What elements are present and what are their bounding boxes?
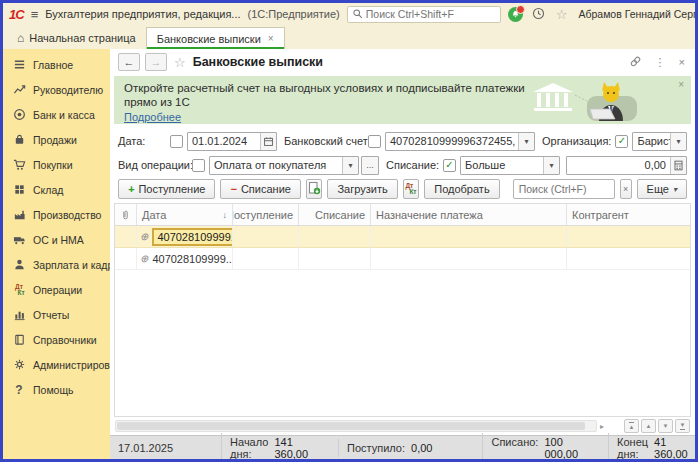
column-header-purpose[interactable]: Назначение платежа <box>371 204 567 225</box>
sidebar-item-warehouse[interactable]: Склад <box>3 177 110 202</box>
amount-field[interactable]: 0,00 <box>566 156 687 175</box>
column-header-writeoff[interactable]: Списание <box>299 204 371 225</box>
promo-banner: Откройте расчетный счет на выгодных усло… <box>114 76 691 124</box>
list-search[interactable] <box>513 179 615 199</box>
link-icon[interactable] <box>629 55 642 70</box>
org-filter-field[interactable]: Баристол ООО ▾ <box>632 132 687 151</box>
tab-bank-statements-label: Банковские выписки <box>157 33 261 45</box>
org-dropdown-icon[interactable]: ▾ <box>670 133 686 150</box>
sidebar-item-reports[interactable]: Отчеты <box>3 302 110 327</box>
sidebar-item-bank-cash[interactable]: Банк и касса <box>3 102 110 127</box>
plus-icon: + <box>128 183 134 195</box>
notifications-icon[interactable] <box>508 7 523 22</box>
date-filter-checkbox[interactable] <box>170 135 183 148</box>
go-last-button[interactable]: ▼ <box>675 419 690 433</box>
table-header: Дата↓ Поступление Списание Назначение пл… <box>115 204 690 226</box>
date-filter-field[interactable]: 01.01.2024 <box>187 132 277 151</box>
book-icon <box>12 333 26 347</box>
pick-button[interactable]: Подобрать <box>424 179 499 199</box>
favorites-icon[interactable]: ☆ <box>556 7 568 22</box>
calendar-icon[interactable] <box>260 133 276 150</box>
table-row[interactable]: ⊕ 407028109999... <box>115 248 690 270</box>
load-button[interactable]: Загрузить <box>327 179 397 199</box>
optype-filter-checkbox[interactable] <box>192 159 205 172</box>
optype-dropdown-icon[interactable]: ▾ <box>342 157 358 174</box>
scrollbar-thumb[interactable] <box>117 422 585 430</box>
written-group: Списано:100 000,00 <box>482 433 586 462</box>
coin-icon <box>12 108 26 122</box>
history-icon[interactable] <box>532 7 545 22</box>
selected-cell[interactable]: 407028109999... <box>152 228 233 246</box>
user-name[interactable]: Абрамов Геннадий Сергеевич <box>578 8 698 20</box>
sidebar-item-salary-hr[interactable]: Зарплата и кадры <box>3 252 110 277</box>
optype-filter-field[interactable]: Оплата от покупателя ▾ <box>209 156 359 175</box>
scroll-right-icon[interactable]: ▸ <box>600 422 604 431</box>
column-header-date[interactable]: Дата↓ <box>137 204 233 225</box>
sidebar-item-purchases[interactable]: Покупки <box>3 152 110 177</box>
status-date: 17.01.2025 <box>118 442 173 454</box>
back-button[interactable]: ← <box>118 53 140 71</box>
account-filter-checkbox[interactable] <box>368 135 381 148</box>
writeoff-button[interactable]: −Списание <box>220 179 300 199</box>
writeoff-dropdown-icon[interactable]: ▾ <box>543 157 559 174</box>
global-search-input[interactable] <box>366 8 496 20</box>
banner-close-icon[interactable]: × <box>678 79 684 90</box>
sidebar-item-administration[interactable]: Администрирование <box>3 352 110 377</box>
forward-button[interactable]: → <box>145 53 167 71</box>
received-value: 0,00 <box>411 442 432 454</box>
hamburger-icon <box>12 58 26 72</box>
global-search[interactable] <box>347 6 501 23</box>
sidebar-item-sales[interactable]: Продажи <box>3 127 110 152</box>
expand-icon[interactable]: ⊕ <box>140 253 148 264</box>
sidebar-item-manager[interactable]: Руководителю <box>3 77 110 102</box>
column-header-contractor[interactable]: Контрагент <box>567 204 690 225</box>
horizontal-scrollbar[interactable] <box>115 420 597 432</box>
optype-ellipsis-button[interactable]: ... <box>361 156 379 175</box>
table-row-selected[interactable]: ⊕ 407028109999... <box>115 226 690 248</box>
favorite-star-icon[interactable]: ☆ <box>174 55 186 70</box>
account-filter-field[interactable]: 40702810999996372455, ПАО С ▾ <box>385 132 535 151</box>
main-menu-icon[interactable]: ≡ <box>31 7 39 22</box>
go-down-button[interactable]: ▼ <box>658 419 673 433</box>
writeoff-filter-checkbox[interactable]: ✓ <box>443 159 456 172</box>
writeoff-compare-field[interactable]: Больше ▾ <box>460 156 560 175</box>
status-bar: 17.01.2025 Начало дня:141 360,00 Поступи… <box>110 435 695 459</box>
more-button[interactable]: Еще▾ <box>637 179 687 199</box>
day-end-group: Конец дня:41 360,00 <box>608 433 696 462</box>
account-dropdown-icon[interactable]: ▾ <box>518 133 534 150</box>
go-up-button[interactable]: ▲ <box>641 419 656 433</box>
sidebar-item-fixed-assets[interactable]: ОС и НМА <box>3 227 110 252</box>
sidebar-item-help[interactable]: ?Помощь <box>3 377 110 402</box>
sidebar-item-production[interactable]: Производство <box>3 202 110 227</box>
tab-home[interactable]: ⌂ Начальная страница <box>7 27 146 49</box>
statement-button[interactable] <box>306 179 323 199</box>
app-titlebar: 1С ≡ Бухгалтерия предприятия, редакция..… <box>3 3 695 25</box>
day-start-group: Начало дня:141 360,00 <box>221 433 316 462</box>
clear-search-button[interactable]: × <box>620 179 632 199</box>
promo-more-link[interactable]: Подробнее <box>124 111 181 123</box>
column-header-receipt[interactable]: Поступление <box>233 204 299 225</box>
paperclip-icon[interactable] <box>115 204 137 225</box>
day-end-value: 41 360,00 <box>654 436 688 460</box>
sidebar-item-catalogs[interactable]: Справочники <box>3 327 110 352</box>
home-icon: ⌂ <box>17 31 24 45</box>
more-menu-icon[interactable]: ⋮ <box>655 56 666 69</box>
received-group: Поступило:0,00 <box>338 439 440 457</box>
close-form-icon[interactable]: × <box>679 56 685 68</box>
go-first-button[interactable]: ▲ <box>624 419 639 433</box>
tab-home-label: Начальная страница <box>29 32 135 44</box>
tab-close-icon[interactable]: × <box>268 33 274 44</box>
org-filter-checkbox[interactable]: ✓ <box>615 135 628 148</box>
post-dtkt-button[interactable]: ДтКт <box>403 179 420 199</box>
truck-icon <box>12 233 26 247</box>
receipt-button[interactable]: +Поступление <box>118 179 215 199</box>
doc-upload-icon <box>307 181 321 197</box>
tab-bank-statements[interactable]: Банковские выписки × <box>146 27 285 49</box>
bag-icon <box>12 133 26 147</box>
sidebar-item-operations[interactable]: ДтКтОперации <box>3 277 110 302</box>
sidebar-item-main[interactable]: Главное <box>3 52 110 77</box>
list-search-input[interactable] <box>519 183 609 195</box>
expand-icon[interactable]: ⊕ <box>140 231 148 242</box>
person-icon <box>12 258 26 272</box>
calculator-icon[interactable] <box>670 157 686 174</box>
